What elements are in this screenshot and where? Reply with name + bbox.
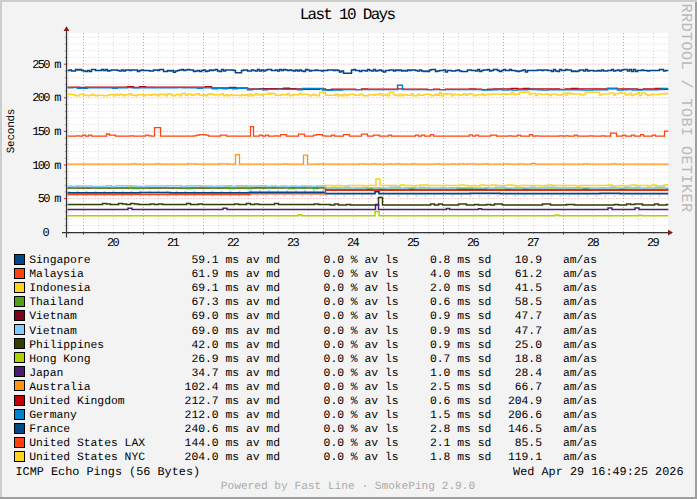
svg-text:119.1: 119.1 (508, 452, 542, 464)
svg-text:34.7 ms av md: 34.7 ms av md (191, 367, 280, 380)
svg-text:4.0 ms sd: 4.0 ms sd (430, 268, 491, 281)
svg-text:204.9: 204.9 (508, 396, 542, 408)
svg-text:144.0 ms av md: 144.0 ms av md (185, 437, 280, 450)
svg-text:am/as: am/as (563, 451, 597, 464)
svg-text:69.0 ms av md: 69.0 ms av md (191, 310, 280, 323)
svg-text:United Kingdom: United Kingdom (29, 395, 125, 408)
svg-text:0.0 % av ls: 0.0 % av ls (324, 409, 399, 422)
svg-text:am/as: am/as (563, 310, 597, 323)
svg-text:204.0 ms av md: 204.0 ms av md (185, 451, 280, 464)
svg-text:0.0 % av ls: 0.0 % av ls (324, 381, 399, 394)
svg-text:am/as: am/as (563, 325, 597, 338)
svg-text:27: 27 (527, 236, 539, 250)
svg-text:Hong Kong: Hong Kong (29, 354, 90, 366)
svg-text:0.0 % av ls: 0.0 % av ls (324, 437, 399, 450)
svg-text:am/as: am/as (563, 437, 597, 450)
svg-text:Malaysia: Malaysia (29, 268, 84, 281)
svg-text:26.9 ms av md: 26.9 ms av md (191, 353, 280, 366)
svg-text:0.0 % av ls: 0.0 % av ls (324, 310, 399, 323)
svg-text:United States LAX: United States LAX (29, 437, 145, 450)
svg-text:61.2: 61.2 (515, 269, 542, 281)
svg-text:200 m: 200 m (32, 91, 61, 105)
svg-text:0.9 ms sd: 0.9 ms sd (430, 325, 491, 338)
svg-text:10.9: 10.9 (515, 255, 542, 267)
svg-text:0.0 % av ls: 0.0 % av ls (324, 296, 399, 309)
svg-text:41.5: 41.5 (515, 283, 542, 295)
svg-text:Vietnam: Vietnam (29, 310, 77, 323)
svg-text:1.8 ms sd: 1.8 ms sd (430, 451, 491, 464)
svg-text:Philippines: Philippines (29, 339, 104, 352)
svg-text:am/as: am/as (563, 367, 597, 380)
svg-text:21: 21 (167, 236, 179, 250)
svg-text:59.1 ms av md: 59.1 ms av md (191, 254, 280, 267)
svg-text:am/as: am/as (563, 409, 597, 422)
svg-text:2.1 ms sd: 2.1 ms sd (430, 437, 491, 450)
svg-text:ICMP Echo Pings (56 Bytes): ICMP Echo Pings (56 Bytes) (16, 465, 201, 479)
svg-text:2.8 ms sd: 2.8 ms sd (430, 423, 491, 436)
svg-text:28: 28 (587, 236, 599, 250)
svg-text:25.0: 25.0 (515, 340, 542, 352)
svg-text:69.0 ms av md: 69.0 ms av md (191, 325, 280, 338)
svg-text:am/as: am/as (563, 339, 597, 352)
svg-text:am/as: am/as (563, 254, 597, 267)
svg-text:24: 24 (347, 236, 359, 250)
svg-text:0.0 % av ls: 0.0 % av ls (324, 325, 399, 338)
svg-text:Australia: Australia (29, 381, 91, 394)
svg-text:RRDTOOL / TOBI OETIKER: RRDTOOL / TOBI OETIKER (677, 4, 695, 213)
svg-text:1.5 ms sd: 1.5 ms sd (430, 409, 491, 422)
svg-text:250 m: 250 m (32, 58, 61, 72)
svg-text:240.6 ms av md: 240.6 ms av md (185, 423, 280, 436)
svg-text:85.5: 85.5 (515, 438, 542, 450)
svg-text:23: 23 (287, 236, 299, 250)
svg-text:Last 10 Days: Last 10 Days (300, 6, 396, 24)
svg-text:22: 22 (227, 236, 239, 250)
svg-text:2.0 ms sd: 2.0 ms sd (430, 282, 491, 295)
svg-text:am/as: am/as (563, 395, 597, 408)
svg-text:am/as: am/as (563, 381, 597, 394)
svg-text:67.3 ms av md: 67.3 ms av md (191, 296, 280, 309)
svg-text:212.7 ms av md: 212.7 ms av md (185, 395, 280, 408)
svg-text:Japan: Japan (29, 368, 63, 380)
svg-text:0.0 % av ls: 0.0 % av ls (324, 423, 399, 436)
svg-text:am/as: am/as (563, 423, 597, 436)
svg-text:0.0 % av ls: 0.0 % av ls (324, 282, 399, 295)
svg-text:Thailand: Thailand (29, 296, 84, 309)
svg-text:Seconds: Seconds (6, 109, 18, 153)
svg-text:0.8 ms sd: 0.8 ms sd (430, 254, 491, 267)
svg-text:0.0 % av ls: 0.0 % av ls (324, 367, 399, 380)
svg-text:42.0 ms av md: 42.0 ms av md (191, 339, 280, 352)
svg-text:Vietnam: Vietnam (29, 325, 77, 338)
svg-text:0.6 ms sd: 0.6 ms sd (430, 296, 491, 309)
svg-text:0.0 % av ls: 0.0 % av ls (324, 268, 399, 281)
svg-text:am/as: am/as (563, 282, 597, 295)
svg-text:206.6: 206.6 (508, 410, 542, 422)
svg-text:146.5: 146.5 (508, 424, 542, 436)
svg-text:Singapore: Singapore (29, 254, 91, 267)
svg-text:1.0 ms sd: 1.0 ms sd (430, 367, 491, 380)
svg-text:Wed Apr 29 16:49:25 2026: Wed Apr 29 16:49:25 2026 (513, 465, 683, 479)
svg-text:0.7 ms sd: 0.7 ms sd (430, 353, 491, 366)
svg-text:2.5 ms sd: 2.5 ms sd (430, 381, 491, 394)
svg-text:France: France (29, 424, 70, 436)
svg-text:0.0 % av ls: 0.0 % av ls (324, 451, 399, 464)
svg-text:am/as: am/as (563, 353, 597, 366)
svg-text:am/as: am/as (563, 268, 597, 281)
svg-text:58.5: 58.5 (515, 297, 542, 309)
svg-text:100 m: 100 m (32, 159, 61, 173)
svg-text:47.7: 47.7 (515, 326, 542, 338)
svg-text:0.0 % av ls: 0.0 % av ls (324, 395, 399, 408)
svg-text:150 m: 150 m (32, 125, 61, 139)
svg-text:26: 26 (467, 236, 479, 250)
svg-text:0.9 ms sd: 0.9 ms sd (430, 310, 491, 323)
svg-text:69.1 ms av md: 69.1 ms av md (191, 282, 280, 295)
svg-text:212.0 ms av md: 212.0 ms av md (185, 409, 280, 422)
svg-text:Indonesia: Indonesia (29, 282, 91, 295)
svg-text:0.6 ms sd: 0.6 ms sd (430, 395, 491, 408)
svg-text:0.9 ms sd: 0.9 ms sd (430, 339, 491, 352)
svg-text:0.0 % av ls: 0.0 % av ls (324, 339, 399, 352)
svg-text:18.8: 18.8 (515, 354, 542, 366)
svg-text:102.4 ms av md: 102.4 ms av md (185, 381, 280, 394)
svg-text:Powered by Fast Line · SmokePi: Powered by Fast Line · SmokePing 2.9.0 (221, 480, 476, 493)
svg-text:20: 20 (107, 236, 119, 250)
svg-text:61.9 ms av md: 61.9 ms av md (191, 268, 280, 281)
